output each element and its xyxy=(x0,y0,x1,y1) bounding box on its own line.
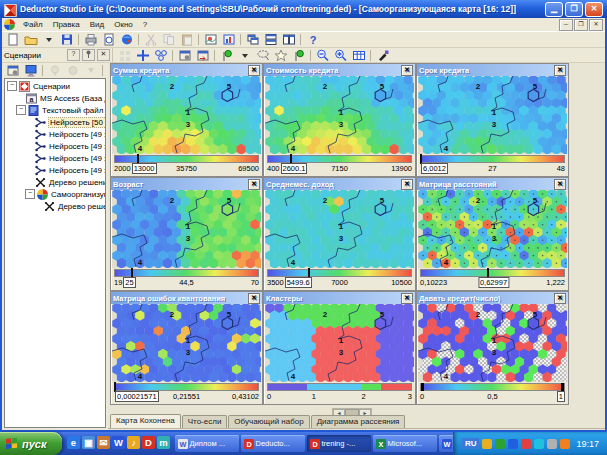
zoomout-button[interactable] xyxy=(314,48,331,62)
tab-карта-кохонена[interactable]: Карта Кохонена xyxy=(110,414,181,428)
hex-map-area[interactable]: 25134 xyxy=(265,76,414,154)
star-button[interactable] xyxy=(272,48,289,62)
flag-button[interactable] xyxy=(290,48,307,62)
hex-map-credit-term[interactable]: 25134 xyxy=(418,76,567,154)
save-button[interactable] xyxy=(58,33,75,47)
tree-item-нейросеть-49-x-2-x-1[interactable]: Нейросеть [49 x 2 x 1 xyxy=(5,140,105,152)
msn-icon[interactable]: m xyxy=(157,435,170,453)
hex-map-age[interactable]: 25134 xyxy=(112,190,261,268)
hex-map-credit-cost[interactable]: 25134 xyxy=(265,76,414,154)
taskbar-window-диплом-[interactable]: WДиплом ... xyxy=(175,435,239,452)
taskbar-window-trening-[interactable]: Dtrening -... xyxy=(307,435,371,452)
tree-item-самоорганизующая[interactable]: −Самоорганизующая xyxy=(5,188,105,200)
hex-map-area[interactable]: 25134 xyxy=(418,76,567,154)
circle-button[interactable] xyxy=(64,64,81,78)
panel-close-icon[interactable]: ✕ xyxy=(554,65,566,76)
panel-close-icon[interactable]: ✕ xyxy=(401,65,413,76)
start-button[interactable]: пуск xyxy=(0,432,62,455)
tileh-button[interactable] xyxy=(262,33,279,47)
sphere-button[interactable] xyxy=(118,33,135,47)
panel-close-icon[interactable]: ✕ xyxy=(554,179,566,190)
tree-item-нейросеть-49-x-2-x-1[interactable]: Нейросеть [49 x 2 x 1 xyxy=(5,152,105,164)
tree-item-сценарии[interactable]: −Сценарии xyxy=(5,80,105,92)
hex-map-clusters[interactable]: 25134 xyxy=(265,304,414,382)
menu-вид[interactable]: Вид xyxy=(85,19,109,30)
ie-icon[interactable]: e xyxy=(67,435,80,453)
tree-expander-icon[interactable]: − xyxy=(16,105,26,115)
bulb-button[interactable] xyxy=(46,64,63,78)
minimize-button[interactable]: ▁ xyxy=(545,2,563,17)
export-button[interactable] xyxy=(194,48,211,62)
panel-close-icon[interactable]: ✕ xyxy=(248,65,260,76)
cut-button[interactable] xyxy=(142,33,159,47)
menu-файл[interactable]: Файл xyxy=(18,19,48,30)
panel-close-button[interactable]: ✕ xyxy=(97,49,110,61)
panel-close-icon[interactable]: ✕ xyxy=(248,179,260,190)
help-button[interactable]: ? xyxy=(304,33,321,47)
maximize-button[interactable]: ❐ xyxy=(565,2,583,17)
image-button[interactable] xyxy=(202,33,219,47)
menu-правка[interactable]: Правка xyxy=(48,19,85,30)
preview-button[interactable] xyxy=(100,33,117,47)
mdi-restore-icon[interactable]: ❐ xyxy=(574,19,588,31)
hex-map-area[interactable]: 25134 xyxy=(112,304,261,382)
outlook-icon[interactable]: ✉ xyxy=(97,435,110,453)
new-button[interactable] xyxy=(4,33,21,47)
tab-диаграмма-рассеяния[interactable]: Диаграмма рассеяния xyxy=(311,415,406,428)
tray-icon-7[interactable] xyxy=(560,439,570,449)
table-button[interactable] xyxy=(350,48,367,62)
hex-map-credit-give[interactable]: 25134 xyxy=(418,304,567,382)
panel-close-icon[interactable]: ✕ xyxy=(401,179,413,190)
monitor-button[interactable] xyxy=(22,64,39,78)
ink-button[interactable] xyxy=(374,48,391,62)
tree-item-нейросеть-50-x-2-x-1[interactable]: Нейросеть [50 x 2 x 1 xyxy=(5,116,105,128)
down-button[interactable] xyxy=(82,64,99,78)
tray-icon-1[interactable] xyxy=(482,439,492,449)
cascade-button[interactable] xyxy=(244,33,261,47)
mdi-close-icon[interactable]: ✕ xyxy=(589,19,603,31)
panel-close-icon[interactable]: ✕ xyxy=(554,293,566,304)
hex-map-area[interactable]: 25134 xyxy=(265,304,414,382)
panel-help-button[interactable]: ? xyxy=(67,49,80,61)
open-button[interactable] xyxy=(22,33,39,47)
tree-item-дерево-решений-це[interactable]: Дерево решений (Це xyxy=(5,176,105,188)
hex-map-area[interactable]: 25134 xyxy=(265,190,414,268)
panel-pin-button[interactable] xyxy=(82,49,95,61)
tray-icon-4[interactable] xyxy=(521,439,531,449)
tree-item-ms-access-база-данны[interactable]: aMS Access (База данны xyxy=(5,92,105,104)
hex-map-area[interactable]: 25134 xyxy=(112,76,261,154)
tree-expander-icon[interactable]: − xyxy=(25,189,35,199)
flag-button[interactable] xyxy=(218,48,235,62)
tree-item-нейросеть-49-x-2-x-1[interactable]: Нейросеть [49 x 2 x 1 xyxy=(5,164,105,176)
media-icon[interactable]: ♪ xyxy=(127,435,140,453)
hexcells-button[interactable] xyxy=(152,48,169,62)
language-indicator[interactable]: RU xyxy=(462,438,480,449)
hex-map-area[interactable]: 25134 xyxy=(418,304,567,382)
tab-обучающий-набор[interactable]: Обучающий набор xyxy=(228,415,309,428)
tree-expander-icon[interactable]: − xyxy=(7,81,17,91)
tray-icon-6[interactable] xyxy=(547,439,557,449)
zoomin-button[interactable] xyxy=(332,48,349,62)
dropdown-button[interactable] xyxy=(236,48,253,62)
panel-close-icon[interactable]: ✕ xyxy=(248,293,260,304)
deductor-icon[interactable]: D xyxy=(142,435,155,453)
print-button[interactable] xyxy=(82,33,99,47)
tab-что-если[interactable]: Что-если xyxy=(182,415,228,428)
hex-map-error[interactable]: 25134 xyxy=(112,304,261,382)
tree-item-нейросеть-49-x-2-x-2[interactable]: Нейросеть [49 x 2 x 2 xyxy=(5,128,105,140)
tray-icon-2[interactable] xyxy=(495,439,505,449)
hex-map-distance[interactable]: 25134 xyxy=(418,190,567,268)
panel-close-icon[interactable]: ✕ xyxy=(401,293,413,304)
dropdown-button[interactable] xyxy=(40,33,57,47)
desktop-icon[interactable]: ▣ xyxy=(82,435,95,453)
chart-button[interactable] xyxy=(220,33,237,47)
paste-button[interactable] xyxy=(178,33,195,47)
menu-?[interactable]: ? xyxy=(138,19,152,30)
menu-окно[interactable]: Окно xyxy=(109,19,138,30)
hex-map-area[interactable]: 25134 xyxy=(418,190,567,268)
taskbar-window-deducto-[interactable]: DDeducto... xyxy=(241,435,305,452)
hex-map-credit-sum[interactable]: 25134 xyxy=(112,76,261,154)
tilev-button[interactable] xyxy=(280,33,297,47)
tray-icon-3[interactable] xyxy=(508,439,518,449)
crosshair-button[interactable] xyxy=(134,48,151,62)
